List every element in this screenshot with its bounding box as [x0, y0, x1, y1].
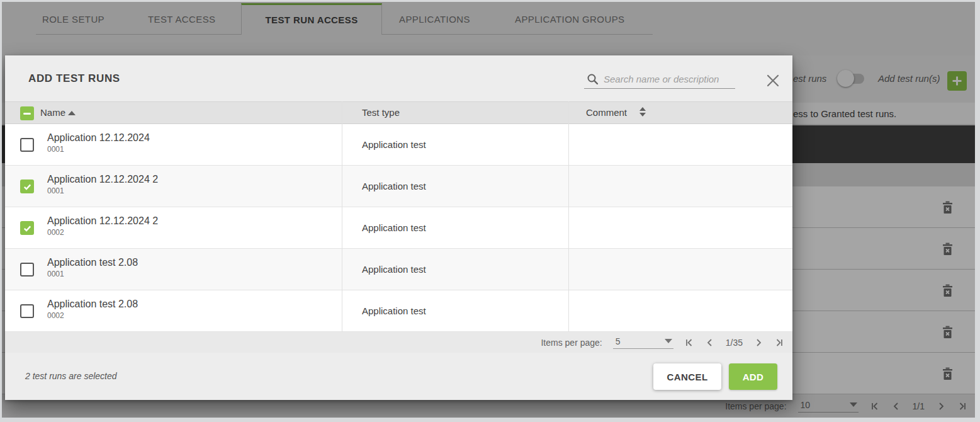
column-header-comment[interactable]: Comment [586, 102, 627, 123]
dialog-footer: 2 test runs are selected CANCEL ADD [5, 353, 792, 400]
first-page-icon[interactable] [684, 338, 694, 348]
selection-count-text: 2 test runs are selected [25, 353, 117, 400]
test-run-code: 0001 [47, 186, 158, 195]
test-run-name: Application 12.12.2024 2 [47, 174, 158, 185]
items-per-page-select[interactable]: 5 [613, 336, 673, 349]
test-type-cell: Application test [362, 166, 426, 207]
close-icon [766, 74, 780, 88]
name-cell: Application test 2.08 0001 [47, 257, 138, 278]
search-field [584, 69, 735, 89]
dialog-title: ADD TEST RUNS [28, 55, 120, 101]
test-type-cell: Application test [362, 124, 426, 165]
sort-asc-icon[interactable] [68, 111, 76, 115]
row-checkbox[interactable] [20, 221, 34, 235]
test-run-table-body: Application 12.12.2024 0001 Application … [5, 124, 792, 332]
test-run-code: 0002 [47, 228, 158, 237]
table-row[interactable]: Application test 2.08 0001 Application t… [5, 249, 792, 290]
test-type-cell: Application test [362, 290, 426, 331]
dialog-header: ADD TEST RUNS [5, 55, 792, 101]
name-cell: Application 12.12.2024 2 0001 [47, 174, 158, 195]
add-button[interactable]: ADD [729, 363, 777, 390]
check-icon [23, 182, 32, 191]
column-header-test-type[interactable]: Test type [362, 102, 400, 123]
items-per-page-value: 5 [616, 336, 621, 346]
next-page-icon[interactable] [753, 338, 763, 348]
indeterminate-icon [23, 113, 31, 115]
row-checkbox[interactable] [20, 138, 34, 152]
test-type-cell: Application test [362, 207, 426, 248]
caret-down-icon [665, 339, 672, 343]
test-run-name: Application test 2.08 [47, 299, 138, 310]
column-divider [342, 101, 342, 332]
test-run-name: Application test 2.08 [47, 257, 138, 268]
check-icon [23, 224, 32, 233]
page-indicator: 1/35 [726, 338, 743, 348]
test-run-code: 0001 [47, 270, 138, 278]
row-checkbox[interactable] [20, 304, 34, 318]
sort-both-icon[interactable] [639, 107, 646, 117]
name-cell: Application 12.12.2024 0001 [47, 132, 150, 154]
items-per-page-label: Items per page: [541, 338, 602, 348]
table-row[interactable]: Application 12.12.2024 0001 Application … [5, 124, 792, 166]
test-type-cell: Application test [362, 249, 426, 290]
table-header: Name Test type Comment [5, 101, 792, 124]
name-cell: Application 12.12.2024 2 0002 [47, 215, 158, 237]
search-input[interactable] [604, 74, 726, 84]
table-row[interactable]: Application 12.12.2024 2 0002 Applicatio… [5, 207, 792, 249]
test-run-code: 0001 [47, 145, 150, 154]
add-test-runs-dialog: ADD TEST RUNS Name Test type Commen [5, 55, 792, 400]
table-row[interactable]: Application 12.12.2024 2 0001 Applicatio… [5, 166, 792, 207]
column-header-name[interactable]: Name [40, 102, 65, 123]
select-all-checkbox[interactable] [20, 106, 34, 120]
screen: ROLE SETUP TEST ACCESS TEST RUN ACCESS A… [0, 0, 980, 422]
prev-page-icon[interactable] [705, 338, 715, 348]
row-checkbox[interactable] [20, 263, 34, 277]
test-run-code: 0002 [47, 311, 138, 320]
column-divider [568, 101, 569, 332]
close-button[interactable] [764, 72, 782, 89]
test-run-name: Application 12.12.2024 2 [47, 215, 158, 227]
name-cell: Application test 2.08 0002 [47, 299, 138, 320]
dialog-pagination: Items per page: 5 1/35 [5, 332, 792, 353]
test-run-name: Application 12.12.2024 [47, 132, 150, 144]
last-page-icon[interactable] [774, 338, 784, 348]
cancel-button[interactable]: CANCEL [653, 363, 721, 390]
search-icon [587, 73, 599, 85]
table-row[interactable]: Application test 2.08 0002 Application t… [5, 290, 792, 332]
row-checkbox[interactable] [20, 180, 34, 193]
